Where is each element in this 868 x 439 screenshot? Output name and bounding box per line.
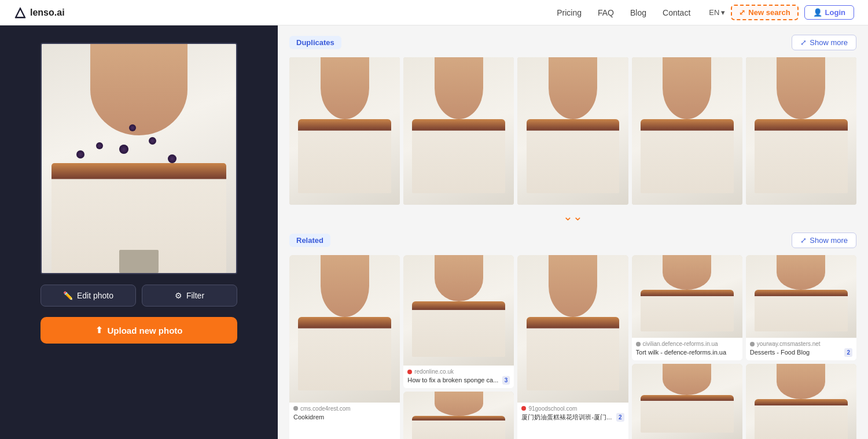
upload-icon: ⬆ <box>95 325 103 335</box>
related-card-5a-domain: yourway.cmsmasters.net <box>750 341 852 347</box>
related-card-3-domain: 91goodschool.com <box>521 405 624 412</box>
duplicate-thumb-2[interactable] <box>403 57 514 205</box>
related-card-3[interactable]: 91goodschool.com 厦门奶油蛋糕裱花培训班-厦门... 2 <box>517 255 628 439</box>
photo-frame <box>41 43 237 274</box>
logo[interactable]: lenso.ai <box>14 6 65 19</box>
related-card-2[interactable]: redonline.co.uk How to fix a broken spon… <box>403 255 514 388</box>
related-thumb-1 <box>289 255 400 403</box>
duplicates-label: Duplicates <box>289 36 341 49</box>
related-card-4a-domain: civilian.defence-reforms.in.ua <box>636 341 738 347</box>
new-search-icon: ⤢ <box>739 8 745 17</box>
related-grid: cms.code4rest.com Cookidrem redonline.co… <box>289 255 856 439</box>
related-card-3-info: 91goodschool.com 厦门奶油蛋糕裱花培训班-厦门... 2 <box>517 403 628 425</box>
nav-contact[interactable]: Contact <box>663 8 690 17</box>
related-card-4a-title: Tort wilk - defence-reforms.in.ua <box>636 348 738 356</box>
new-search-button[interactable]: ⤢ New search <box>731 5 798 20</box>
upload-new-photo-button[interactable]: ⬆ Upload new photo <box>41 317 237 344</box>
domain-icon <box>521 406 526 411</box>
related-thumb-3 <box>517 255 628 403</box>
domain-icon <box>407 370 412 374</box>
domain-icon <box>750 342 755 346</box>
related-card-1-info: cms.code4rest.com Cookidrem <box>289 403 400 425</box>
related-card-2-title: How to fix a broken sponge ca... 3 <box>407 376 510 385</box>
cake-stand-shape <box>119 250 158 273</box>
nav-links: Pricing FAQ Blog Contact <box>557 8 690 17</box>
related-card-5a-info: yourway.cmsmasters.net Desserts - Food B… <box>746 338 856 360</box>
left-panel: ✏️ Edit photo ⚙ Filter ⬆ Upload new phot… <box>0 25 278 439</box>
expand-icon-2: ⤢ <box>800 236 807 245</box>
related-card-2b[interactable] <box>403 392 514 439</box>
related-card-4a-info: civilian.defence-reforms.in.ua Tort wilk… <box>632 338 742 360</box>
duplicate-thumb-1[interactable] <box>289 57 400 205</box>
related-card-1-title: Cookidrem <box>293 413 396 421</box>
berry-3 <box>119 145 128 154</box>
related-thumb-4a <box>632 255 742 338</box>
duplicate-thumb-3[interactable] <box>517 57 628 205</box>
right-panel: Duplicates ⤢ Show more <box>278 25 868 439</box>
domain-icon <box>636 342 641 346</box>
related-card-2-info: redonline.co.uk How to fix a broken spon… <box>403 366 514 388</box>
related-card-1-domain: cms.code4rest.com <box>293 405 396 412</box>
main-layout: ✏️ Edit photo ⚙ Filter ⬆ Upload new phot… <box>0 25 868 439</box>
related-card-5b[interactable]: schlechtewitze.com Stollen-Witze - Schle… <box>746 364 856 439</box>
logo-text: lenso.ai <box>30 8 65 18</box>
cake-preview-image <box>42 44 236 273</box>
filter-button[interactable]: ⚙ Filter <box>142 285 237 307</box>
berry-2 <box>96 142 103 149</box>
action-buttons: ✏️ Edit photo ⚙ Filter <box>41 285 237 307</box>
berry-1 <box>76 150 84 158</box>
hand-shape <box>90 44 187 135</box>
related-label: Related <box>289 234 330 247</box>
navbar: lenso.ai Pricing FAQ Blog Contact EN ▾ ⤢… <box>0 0 868 25</box>
logo-icon <box>14 6 27 19</box>
berry-5 <box>168 154 176 163</box>
navbar-actions: EN ▾ ⤢ New search 👤 Login <box>709 5 854 20</box>
chevron-down-icon: ▾ <box>721 8 725 17</box>
related-card-4b[interactable]: redonline.co.uk <box>632 364 742 439</box>
nav-faq[interactable]: FAQ <box>598 8 614 17</box>
related-card-5a[interactable]: yourway.cmsmasters.net Desserts - Food B… <box>746 255 856 360</box>
related-thumb-5a <box>746 255 856 338</box>
edit-icon: ✏️ <box>63 291 73 300</box>
duplicate-thumb-5[interactable] <box>746 57 856 205</box>
expand-icon: ⤢ <box>800 38 807 47</box>
duplicates-show-more-button[interactable]: ⤢ Show more <box>792 35 856 50</box>
related-card-5a-title: Desserts - Food Blog 2 <box>750 348 852 357</box>
related-thumb-4b <box>632 364 742 439</box>
expand-row: ⌄⌄ <box>289 209 856 223</box>
user-icon: 👤 <box>813 8 822 17</box>
nav-blog[interactable]: Blog <box>630 8 646 17</box>
duplicate-thumb-4[interactable] <box>632 57 742 205</box>
related-thumb-2b <box>403 392 514 439</box>
chevron-down-icon[interactable]: ⌄⌄ <box>563 209 583 223</box>
lang-label: EN <box>709 8 719 17</box>
berry-4 <box>149 137 156 145</box>
nav-pricing[interactable]: Pricing <box>557 8 582 17</box>
duplicates-grid <box>289 57 856 205</box>
login-button[interactable]: 👤 Login <box>804 5 854 20</box>
related-thumb-2 <box>403 255 514 366</box>
related-card-2-domain: redonline.co.uk <box>407 368 510 375</box>
related-card-1[interactable]: cms.code4rest.com Cookidrem <box>289 255 400 439</box>
related-thumb-5b <box>746 364 856 439</box>
related-card-4a[interactable]: civilian.defence-reforms.in.ua Tort wilk… <box>632 255 742 360</box>
berry-shape <box>129 124 136 131</box>
filter-icon: ⚙ <box>175 291 182 300</box>
domain-icon <box>293 406 298 411</box>
duplicates-section-header: Duplicates ⤢ Show more <box>289 35 856 50</box>
edit-photo-button[interactable]: ✏️ Edit photo <box>41 285 136 307</box>
language-selector[interactable]: EN ▾ <box>709 8 725 17</box>
related-show-more-button[interactable]: ⤢ Show more <box>792 233 856 248</box>
related-card-3-title: 厦门奶油蛋糕裱花培训班-厦门... 2 <box>521 413 624 422</box>
related-section-header: Related ⤢ Show more <box>289 233 856 248</box>
